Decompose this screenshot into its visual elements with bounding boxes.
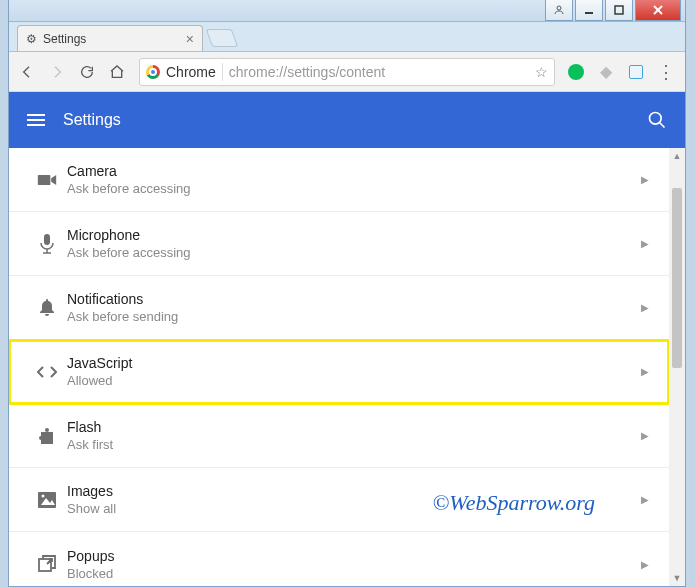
svg-rect-7 — [38, 175, 51, 185]
row-images[interactable]: Images Show all ▶ — [9, 468, 669, 532]
row-sub: Blocked — [67, 566, 641, 581]
svg-point-0 — [557, 6, 561, 10]
settings-header: Settings — [9, 92, 685, 148]
row-sub: Ask first — [67, 437, 641, 452]
browser-menu-button[interactable]: ⋮ — [657, 61, 675, 83]
row-sub: Allowed — [67, 373, 641, 388]
browser-toolbar: Chrome chrome://settings/content ☆ ◆ ⋮ — [9, 52, 685, 92]
row-notifications[interactable]: Notifications Ask before sending ▶ — [9, 276, 669, 340]
chrome-icon — [146, 65, 160, 79]
row-javascript[interactable]: JavaScript Allowed ▶ — [9, 340, 669, 404]
svg-point-12 — [39, 436, 43, 440]
tab-settings[interactable]: ⚙ Settings × — [17, 25, 203, 51]
browser-window: ⚙ Settings × Chrome chrome://settings/co… — [8, 0, 686, 587]
origin-label: Chrome — [166, 64, 216, 80]
user-button[interactable] — [545, 0, 573, 21]
row-label: Camera — [67, 163, 641, 179]
back-button[interactable] — [19, 64, 37, 80]
url-text: chrome://settings/content — [229, 64, 529, 80]
chevron-right-icon: ▶ — [641, 302, 649, 313]
content-area: Camera Ask before accessing ▶ Microphone… — [9, 148, 685, 586]
divider — [222, 63, 223, 81]
chevron-right-icon: ▶ — [641, 430, 649, 441]
close-button[interactable] — [635, 0, 681, 21]
page-title: Settings — [63, 111, 629, 129]
minimize-button[interactable] — [575, 0, 603, 21]
svg-rect-2 — [615, 6, 623, 14]
search-icon[interactable] — [647, 110, 667, 130]
gear-icon: ⚙ — [26, 32, 37, 46]
address-bar[interactable]: Chrome chrome://settings/content ☆ — [139, 58, 555, 86]
svg-point-5 — [650, 113, 662, 125]
row-sub: Show all — [67, 501, 641, 516]
code-icon — [27, 366, 67, 378]
row-microphone[interactable]: Microphone Ask before accessing ▶ — [9, 212, 669, 276]
vertical-scrollbar[interactable]: ▲ ▼ — [669, 148, 685, 586]
image-icon — [27, 492, 67, 508]
extension-grammarly-icon[interactable] — [567, 63, 585, 81]
chevron-right-icon: ▶ — [641, 174, 649, 185]
tab-close-icon[interactable]: × — [186, 31, 194, 47]
forward-button — [49, 64, 67, 80]
svg-point-15 — [42, 494, 45, 497]
puzzle-icon — [27, 427, 67, 445]
camera-icon — [27, 173, 67, 187]
scrollbar-thumb[interactable] — [672, 188, 682, 368]
content-settings-list: Camera Ask before accessing ▶ Microphone… — [9, 148, 669, 586]
microphone-icon — [27, 234, 67, 254]
row-label: Flash — [67, 419, 641, 435]
popup-icon — [27, 555, 67, 573]
row-label: Popups — [67, 548, 641, 564]
tab-strip: ⚙ Settings × — [9, 22, 685, 52]
row-label: Microphone — [67, 227, 641, 243]
row-flash[interactable]: Flash Ask first ▶ — [9, 404, 669, 468]
row-label: Notifications — [67, 291, 641, 307]
svg-rect-8 — [44, 234, 50, 245]
row-label: JavaScript — [67, 355, 641, 371]
row-camera[interactable]: Camera Ask before accessing ▶ — [9, 148, 669, 212]
reload-button[interactable] — [79, 64, 97, 80]
row-label: Images — [67, 483, 641, 499]
bell-icon — [27, 299, 67, 317]
chevron-right-icon: ▶ — [641, 494, 649, 505]
chevron-right-icon: ▶ — [641, 238, 649, 249]
row-sub: Ask before accessing — [67, 181, 641, 196]
bookmark-star-icon[interactable]: ☆ — [535, 64, 548, 80]
scroll-up-icon[interactable]: ▲ — [669, 148, 685, 164]
svg-line-6 — [660, 123, 665, 128]
menu-icon[interactable] — [27, 114, 45, 126]
tab-title: Settings — [43, 32, 180, 46]
chevron-right-icon: ▶ — [641, 366, 649, 377]
home-button[interactable] — [109, 64, 127, 80]
extension-device-icon[interactable] — [627, 63, 645, 81]
svg-point-11 — [45, 428, 49, 432]
row-popups[interactable]: Popups Blocked ▶ — [9, 532, 669, 586]
new-tab-button[interactable] — [206, 29, 239, 47]
row-sub: Ask before accessing — [67, 245, 641, 260]
maximize-button[interactable] — [605, 0, 633, 21]
chevron-right-icon: ▶ — [641, 559, 649, 570]
window-titlebar — [9, 0, 685, 22]
scroll-down-icon[interactable]: ▼ — [669, 570, 685, 586]
extension-icon[interactable]: ◆ — [597, 63, 615, 81]
row-sub: Ask before sending — [67, 309, 641, 324]
